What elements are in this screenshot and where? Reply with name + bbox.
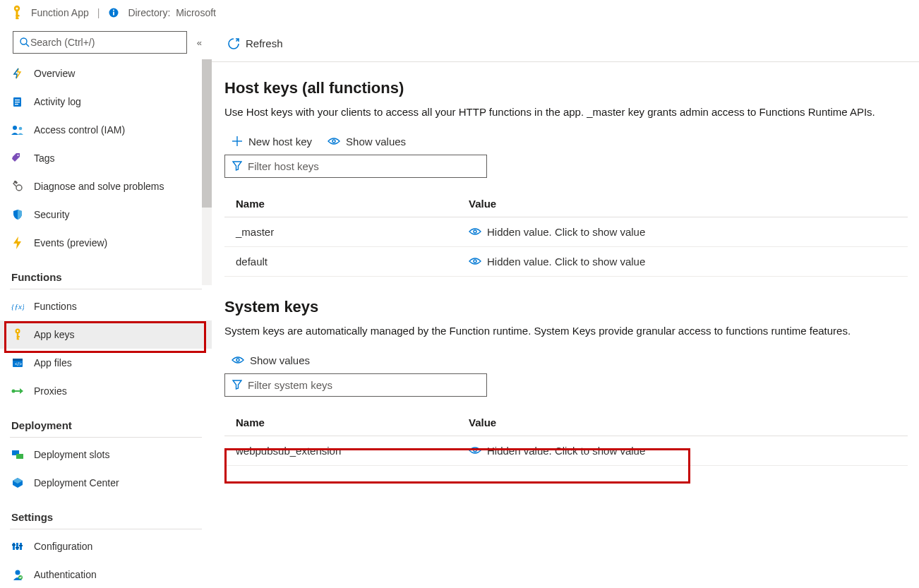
sidebar-item-tags[interactable]: Tags — [0, 144, 212, 172]
sidebar-item-authentication[interactable]: Authentication — [0, 560, 212, 588]
new-host-key-button[interactable]: New host key — [232, 136, 312, 148]
nav-label: Diagnose and solve problems — [34, 181, 164, 192]
deployment-slots-icon — [11, 448, 24, 461]
sidebar-item-diagnose[interactable]: Diagnose and solve problems — [0, 172, 212, 200]
sidebar-item-security[interactable]: Security — [0, 200, 212, 229]
tags-icon — [11, 152, 24, 164]
info-icon — [108, 7, 119, 18]
svg-point-16 — [18, 155, 19, 156]
scrollbar-thumb[interactable] — [202, 59, 212, 208]
filter-icon — [232, 380, 242, 390]
nav-label: Deployment slots — [34, 449, 109, 460]
host-key-row[interactable]: _master Hidden value. Click to show valu… — [224, 217, 908, 246]
nav-label: Events (preview) — [34, 237, 107, 248]
eye-icon — [328, 137, 340, 145]
host-keys-table: Name Value _master Hidden value. Cl — [224, 191, 908, 277]
svg-rect-3 — [16, 15, 20, 17]
diagnose-icon — [11, 180, 24, 193]
sidebar-item-activity-log[interactable]: Activity log — [0, 88, 212, 116]
nav-label: Deployment Center — [34, 477, 119, 488]
svg-point-43 — [474, 230, 476, 233]
configuration-icon — [11, 540, 24, 553]
eye-icon — [469, 227, 481, 236]
sidebar-item-deployment-slots[interactable]: Deployment slots — [0, 440, 212, 469]
show-value-button[interactable]: Hidden value. Click to show value — [469, 445, 896, 457]
collapse-sidebar-button[interactable]: « — [194, 35, 202, 51]
lightning-icon — [11, 67, 24, 80]
show-value-button[interactable]: Hidden value. Click to show value — [469, 226, 896, 238]
show-host-values-button[interactable]: Show values — [328, 136, 406, 148]
main-content: Refresh Host keys (all functions) Use Ho… — [212, 25, 919, 588]
eye-icon — [469, 257, 481, 265]
nav-scroll[interactable]: Overview Activity log Access control (IA… — [0, 59, 212, 588]
proxies-icon — [11, 385, 24, 397]
nav-label: Activity log — [34, 96, 81, 107]
nav-label: Authentication — [34, 569, 97, 580]
sidebar-item-functions[interactable]: {ƒx} Functions — [0, 292, 212, 320]
col-value-header[interactable]: Value — [457, 191, 908, 217]
host-key-row[interactable]: default Hidden value. Click to show valu… — [224, 246, 908, 276]
svg-point-21 — [17, 330, 18, 332]
svg-point-45 — [236, 359, 239, 361]
key-icon — [11, 5, 23, 20]
key-icon — [11, 328, 24, 341]
refresh-button[interactable]: Refresh — [224, 33, 286, 54]
functions-icon: {ƒx} — [11, 300, 24, 313]
svg-rect-26 — [13, 359, 23, 361]
nav-label: Access control (IAM) — [34, 124, 125, 136]
filter-host-keys-box[interactable] — [224, 155, 487, 178]
authentication-icon — [11, 568, 24, 581]
filter-host-keys-input[interactable] — [248, 160, 479, 172]
header-divider: | — [97, 7, 100, 18]
command-bar: Refresh — [212, 25, 919, 62]
svg-point-44 — [474, 260, 476, 263]
system-key-row[interactable]: webpubsub_extension Hidden value. Click … — [224, 436, 908, 465]
system-keys-title: System keys — [224, 298, 908, 316]
sidebar-search-box[interactable] — [13, 31, 187, 54]
eye-icon — [469, 446, 481, 455]
filter-system-keys-box[interactable] — [224, 373, 487, 397]
sidebar-item-access-control[interactable]: Access control (IAM) — [0, 116, 212, 144]
sidebar-item-app-keys[interactable]: App keys — [0, 320, 212, 349]
host-keys-section: Host keys (all functions) Use Host keys … — [224, 71, 908, 277]
svg-rect-35 — [12, 544, 16, 546]
access-control-icon — [11, 124, 24, 136]
svg-point-15 — [19, 127, 23, 131]
refresh-icon — [227, 37, 240, 50]
search-icon — [19, 37, 30, 48]
events-icon — [11, 236, 24, 249]
scrollbar-track[interactable] — [202, 59, 212, 285]
search-input[interactable] — [30, 37, 181, 48]
resource-type-label: Function App — [31, 7, 89, 18]
nav-label: Functions — [34, 301, 77, 312]
svg-text:</>: </> — [15, 361, 22, 366]
system-keys-section: System keys System keys are automaticall… — [224, 289, 908, 466]
svg-rect-32 — [13, 543, 15, 550]
svg-rect-37 — [19, 545, 23, 546]
system-keys-desc: System keys are automatically managed by… — [224, 323, 908, 339]
shield-icon — [11, 208, 24, 221]
sidebar-item-proxies[interactable]: Proxies — [0, 377, 212, 405]
host-keys-title: Host keys (all functions) — [224, 79, 908, 97]
activity-log-icon — [11, 95, 24, 108]
show-value-button[interactable]: Hidden value. Click to show value — [469, 256, 896, 268]
nav-label: App keys — [34, 329, 75, 340]
plus-icon — [232, 136, 243, 147]
col-name-header[interactable]: Name — [224, 191, 457, 217]
system-keys-table: Name Value webpubsub_extension — [224, 409, 908, 466]
col-name-header[interactable]: Name — [224, 409, 457, 436]
filter-system-keys-input[interactable] — [248, 379, 479, 391]
sidebar-item-overview[interactable]: Overview — [0, 59, 212, 88]
svg-text:{ƒx}: {ƒx} — [11, 302, 24, 311]
show-system-values-button[interactable]: Show values — [232, 354, 310, 366]
svg-point-17 — [16, 185, 22, 191]
sidebar-item-configuration[interactable]: Configuration — [0, 532, 212, 560]
sidebar-item-app-files[interactable]: </> App files — [0, 349, 212, 377]
eye-icon — [232, 356, 244, 364]
svg-rect-23 — [17, 336, 20, 337]
sidebar-item-deployment-center[interactable]: Deployment Center — [0, 469, 212, 497]
svg-point-1 — [16, 7, 18, 9]
col-value-header[interactable]: Value — [457, 409, 908, 436]
nav-group-deployment: Deployment — [0, 405, 212, 436]
sidebar-item-events[interactable]: Events (preview) — [0, 229, 212, 257]
